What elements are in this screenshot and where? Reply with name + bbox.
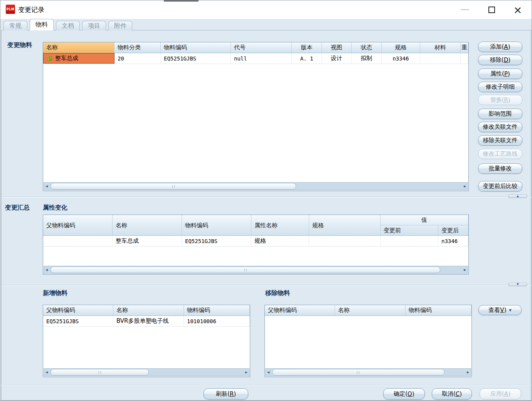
- splitter-collapse-handle[interactable]: ▼: [508, 283, 527, 286]
- scroll-left-icon[interactable]: ◀: [44, 183, 49, 190]
- cell-view: 设计: [322, 53, 352, 64]
- cell-status: 拟制: [352, 53, 382, 64]
- scrollbar-grip: [99, 371, 101, 374]
- horizontal-scrollbar[interactable]: ◀ ▶: [265, 368, 471, 376]
- cell-after-change: n3346: [438, 236, 468, 246]
- column-header-value-group[interactable]: 值: [380, 215, 468, 225]
- add-button[interactable]: 添加(A): [478, 42, 522, 52]
- compare-before-after-button[interactable]: 变更前后比较: [478, 181, 522, 191]
- removed-materials-table: 父物料编码 名称 物料编码 ◀ ▶: [264, 305, 472, 377]
- column-header-name[interactable]: 名称: [43, 42, 114, 53]
- remove-button[interactable]: 移除(D): [478, 55, 522, 65]
- scroll-left-icon[interactable]: ◀: [44, 266, 49, 273]
- splitter[interactable]: [2, 196, 531, 198]
- column-header-code[interactable]: 物料编码: [184, 305, 250, 315]
- column-header-code[interactable]: 物料编码: [161, 42, 231, 53]
- column-header-spec[interactable]: 规格: [309, 215, 380, 236]
- cell-material: [420, 53, 461, 64]
- column-header-parent-code[interactable]: 父物料编码: [43, 305, 113, 315]
- added-materials-table: 父物料编码 名称 物料编码 EQ5251GJBS BVR多股单塑电子线 1010…: [43, 305, 250, 377]
- cell-version: A. 1: [292, 53, 322, 64]
- horizontal-scrollbar[interactable]: ◀ ▶: [44, 182, 468, 190]
- column-header-category[interactable]: 物料分类: [114, 42, 161, 53]
- column-header-name[interactable]: 名称: [113, 215, 182, 236]
- cell-parent-code: [43, 236, 113, 246]
- close-button[interactable]: ×: [511, 3, 525, 17]
- scroll-right-icon[interactable]: ▶: [244, 369, 249, 376]
- column-header-before-change[interactable]: 变更前: [380, 225, 438, 236]
- tab-document[interactable]: 文档: [56, 21, 80, 30]
- maximize-button[interactable]: [485, 3, 498, 17]
- scrollbar-thumb[interactable]: [51, 267, 440, 273]
- minimize-button[interactable]: [458, 3, 472, 17]
- scrollbar-thumb[interactable]: [272, 369, 444, 376]
- change-materials-table: 名称 物料分类 物料编码 代号 版本 视图 状态 规格 材料 重 整车总成 20…: [43, 42, 469, 191]
- column-header-name[interactable]: 名称: [113, 305, 184, 315]
- ok-button[interactable]: 确定(O): [383, 388, 425, 399]
- splitter[interactable]: [2, 285, 531, 286]
- scroll-left-icon[interactable]: ◀: [44, 369, 49, 376]
- column-header-status[interactable]: 状态: [352, 42, 382, 53]
- close-icon: ×: [513, 5, 522, 15]
- cell-code: EQ5251GJBS: [161, 53, 231, 64]
- tab-general[interactable]: 常规: [3, 21, 27, 30]
- tab-material[interactable]: 物料: [30, 19, 54, 30]
- remove-related-files-button[interactable]: 移除关联文件: [478, 135, 522, 146]
- title-bar: PLM 变更记录 ×: [0, 0, 532, 19]
- scrollbar-grip: [172, 185, 175, 188]
- modify-related-files-button[interactable]: 修改关联文件: [478, 122, 522, 132]
- column-header-weight[interactable]: 重: [461, 42, 468, 53]
- minimize-icon: [461, 9, 469, 10]
- column-header-after-change[interactable]: 变更后: [438, 225, 468, 236]
- replace-button: 替换(R): [478, 95, 522, 105]
- section-label-attribute-changes: 属性变化: [43, 204, 67, 212]
- scroll-left-icon[interactable]: ◀: [266, 369, 271, 376]
- section-label-change-materials: 变更物料: [7, 41, 32, 49]
- column-header-view[interactable]: 视图: [322, 42, 352, 53]
- change-materials-header: 名称 物料分类 物料编码 代号 版本 视图 状态 规格 材料 重: [43, 42, 468, 53]
- section-label-change-summary: 变更汇总: [5, 204, 30, 212]
- tab-attachment[interactable]: 附件: [108, 21, 132, 30]
- column-header-code[interactable]: 物料编码: [406, 305, 471, 315]
- part-icon: [47, 56, 53, 61]
- refresh-button[interactable]: 刷新(R): [204, 388, 248, 399]
- tab-project[interactable]: 项目: [82, 21, 106, 30]
- column-header-parent-code[interactable]: 父物料编码: [43, 215, 113, 236]
- column-header-version[interactable]: 版本: [292, 42, 322, 53]
- cell-name: 整车总成: [113, 236, 182, 246]
- cancel-button[interactable]: 取消(C): [432, 388, 472, 399]
- properties-button[interactable]: 属性(P): [478, 69, 522, 79]
- scrollbar-thumb[interactable]: [51, 369, 149, 376]
- table-row[interactable]: 整车总成 EQ5251GJBS 规格 n3346: [43, 236, 468, 247]
- impact-scope-button[interactable]: 影响范围: [478, 109, 522, 119]
- horizontal-scrollbar[interactable]: ◀ ▶: [44, 266, 468, 274]
- scroll-right-icon[interactable]: ▶: [465, 369, 471, 376]
- view-button-label: 查看V): [488, 307, 506, 314]
- horizontal-scrollbar[interactable]: ◀ ▶: [44, 368, 249, 376]
- scroll-right-icon[interactable]: ▶: [462, 266, 468, 273]
- cell-parent-code: EQ5251GJBS: [43, 316, 113, 326]
- table-row[interactable]: EQ5251GJBS BVR多股单塑电子线 101010006: [43, 316, 250, 327]
- cell-alias: null: [231, 53, 292, 64]
- column-header-alias[interactable]: 代号: [231, 42, 292, 53]
- apply-button: 应用(A): [480, 388, 521, 399]
- cell-weight: [461, 53, 468, 64]
- column-header-parent-code[interactable]: 父物料编码: [265, 305, 335, 315]
- cell-attribute-name: 规格: [251, 236, 309, 246]
- column-header-material[interactable]: 材料: [420, 42, 461, 53]
- table-row[interactable]: 整车总成 20 EQ5251GJBS null A. 1 设计 拟制 n3346: [43, 53, 468, 64]
- column-header-name[interactable]: 名称: [335, 305, 406, 315]
- column-header-code[interactable]: 物料编码: [182, 215, 251, 236]
- plm-app-icon: PLM: [6, 5, 15, 14]
- view-dropdown-button[interactable]: 查看V) ▼: [478, 305, 522, 315]
- column-header-attribute-name[interactable]: 属性名称: [251, 215, 309, 236]
- modify-sub-detail-button[interactable]: 修改子明细: [478, 82, 522, 92]
- selected-name-cell[interactable]: 整车总成: [43, 53, 114, 64]
- splitter-collapse-handle[interactable]: ▲: [508, 195, 527, 198]
- column-header-spec[interactable]: 规格: [382, 42, 420, 53]
- scrollbar-thumb[interactable]: [51, 183, 296, 190]
- scroll-right-icon[interactable]: ▶: [462, 183, 468, 190]
- section-label-added-materials: 新增物料: [43, 289, 67, 297]
- cell-spec: n3346: [382, 53, 420, 64]
- batch-modify-button[interactable]: 批量修改: [478, 163, 522, 174]
